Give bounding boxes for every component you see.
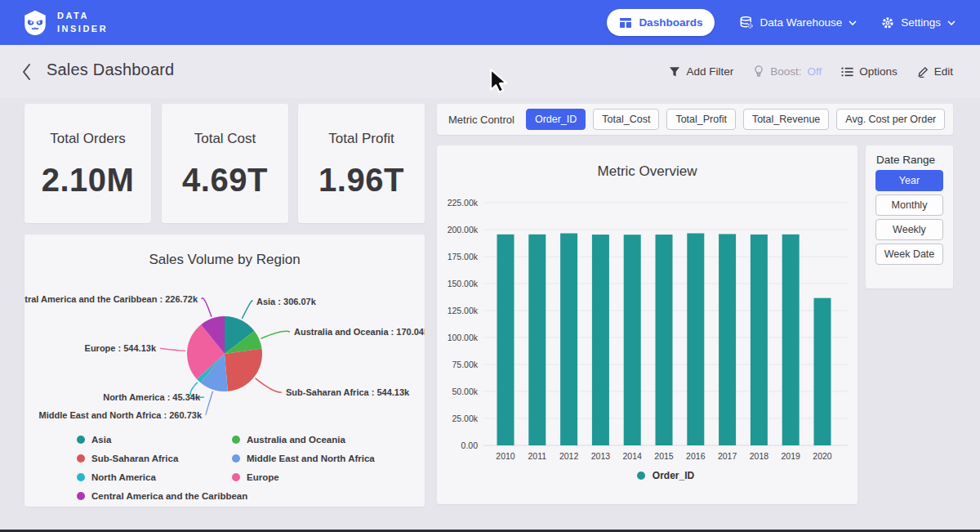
dashboards-button[interactable]: Dashboards bbox=[607, 9, 715, 36]
date-range-option-year[interactable]: Year bbox=[875, 170, 943, 191]
settings-label: Settings bbox=[901, 16, 941, 29]
kpi-card-total-profit: Total Profit1.96T bbox=[298, 104, 425, 223]
pie-label: Europe : 544.13k bbox=[85, 343, 157, 353]
legend-item-australia-and-oceania[interactable]: Australia and Oceania bbox=[232, 435, 345, 445]
chevron-down-icon bbox=[947, 20, 956, 25]
boost-state: Off bbox=[807, 65, 822, 78]
dashboards-icon bbox=[619, 16, 632, 29]
legend-item-europe[interactable]: Europe bbox=[232, 472, 279, 482]
bar-2020[interactable] bbox=[814, 298, 831, 445]
header-actions: Add Filter Boost: Off bbox=[669, 65, 953, 78]
brand-logo[interactable]: DATA INSIDER bbox=[21, 9, 108, 37]
bar-2018[interactable] bbox=[751, 235, 768, 445]
kpi-label: Total Cost bbox=[194, 131, 256, 147]
pencil-icon bbox=[917, 66, 929, 78]
y-axis-tick: 100.00k bbox=[448, 333, 479, 342]
metric-control-bar: Metric Control Order_IDTotal_CostTotal_P… bbox=[437, 104, 953, 135]
legend-item-asia[interactable]: Asia bbox=[77, 435, 111, 445]
legend-label: North America bbox=[91, 472, 156, 482]
data-warehouse-label: Data Warehouse bbox=[760, 16, 842, 29]
legend-dot bbox=[77, 492, 85, 500]
legend-dot bbox=[77, 454, 85, 463]
y-axis-tick: 0.00 bbox=[461, 440, 479, 450]
kpi-card-total-orders: Total Orders2.10M bbox=[24, 104, 151, 223]
kpi-value: 2.10M bbox=[42, 162, 135, 199]
page-title: Sales Dashboard bbox=[47, 60, 174, 79]
legend-label: Europe bbox=[247, 472, 279, 482]
edit-button[interactable]: Edit bbox=[917, 65, 953, 78]
kpi-value: 4.69T bbox=[182, 162, 268, 199]
bar-chart-plot[interactable]: 225.00k200.00k175.00k150.00k125.00k100.0… bbox=[437, 145, 858, 468]
bar-2010[interactable] bbox=[497, 235, 514, 445]
bar-2017[interactable] bbox=[719, 234, 736, 445]
boost-label: Boost: bbox=[770, 65, 801, 78]
x-axis-tick: 2014 bbox=[623, 451, 643, 461]
kpi-label: Total Orders bbox=[50, 131, 126, 147]
y-axis-tick: 50.00k bbox=[452, 387, 478, 396]
legend-dot bbox=[232, 436, 240, 444]
pie-label: Central America and the Caribbean : 226.… bbox=[24, 294, 198, 304]
legend-label: Middle East and North Africa bbox=[247, 454, 375, 463]
boost-toggle[interactable]: Boost: Off bbox=[753, 65, 822, 78]
bar-2019[interactable] bbox=[782, 235, 800, 445]
bar-2012[interactable] bbox=[560, 233, 577, 445]
legend-item-sub-saharan-africa[interactable]: Sub-Saharan Africa bbox=[77, 454, 178, 463]
bar-chart-legend: Order_ID bbox=[483, 470, 848, 481]
pie-slice-sub-saharan-africa[interactable] bbox=[225, 348, 262, 391]
x-axis-tick: 2011 bbox=[528, 451, 547, 461]
boost-balloon-icon bbox=[753, 65, 764, 78]
bar-2011[interactable] bbox=[528, 235, 546, 445]
metric-option-total-profit[interactable]: Total_Profit bbox=[666, 109, 736, 130]
pie-label: Middle East and North Africa : 260.73k bbox=[39, 410, 203, 420]
legend-dot bbox=[232, 454, 240, 463]
y-axis-tick: 200.00k bbox=[448, 225, 479, 235]
date-range-option-weekly[interactable]: Weekly bbox=[875, 219, 943, 240]
top-nav: DATA INSIDER Dashboards bbox=[0, 0, 980, 45]
kpi-card-total-cost: Total Cost4.69T bbox=[162, 104, 288, 223]
nav-menu: Dashboards Data Warehouse bbox=[607, 9, 956, 36]
legend-dot bbox=[77, 473, 85, 481]
bar-2015[interactable] bbox=[656, 235, 673, 445]
pie-chart-title: Sales Volume by Region bbox=[24, 252, 425, 268]
x-axis-tick: 2015 bbox=[654, 451, 674, 461]
legend-series-label: Order_ID bbox=[653, 470, 694, 481]
legend-item-central-america-and-the-caribbean[interactable]: Central America and the Caribbean bbox=[77, 491, 247, 501]
date-range-panel: Date Range YearMonthlyWeeklyWeek Date bbox=[866, 145, 953, 288]
legend-item-middle-east-and-north-africa[interactable]: Middle East and North Africa bbox=[232, 454, 375, 463]
settings-menu[interactable]: Settings bbox=[881, 16, 956, 29]
pie-label: North America : 45.34k bbox=[103, 392, 201, 402]
bar-2014[interactable] bbox=[624, 235, 641, 445]
add-filter-button[interactable]: Add Filter bbox=[669, 65, 733, 78]
database-icon bbox=[739, 16, 753, 29]
data-warehouse-menu[interactable]: Data Warehouse bbox=[739, 16, 857, 29]
date-range-label: Date Range bbox=[876, 154, 935, 166]
metric-option-total-cost[interactable]: Total_Cost bbox=[593, 109, 659, 130]
owl-logo-icon bbox=[21, 9, 49, 37]
back-button[interactable] bbox=[21, 63, 31, 81]
options-button[interactable]: Options bbox=[841, 65, 898, 78]
y-axis-tick: 25.00k bbox=[452, 414, 478, 423]
metric-option-avg-cost-per-order[interactable]: Avg. Cost per Order bbox=[836, 109, 945, 130]
x-axis-tick: 2017 bbox=[718, 451, 737, 461]
y-axis-tick: 175.00k bbox=[448, 252, 479, 262]
x-axis-tick: 2018 bbox=[750, 451, 769, 461]
bar-2013[interactable] bbox=[592, 235, 609, 445]
sales-dashboard-page: DATA INSIDER Dashboards bbox=[0, 0, 980, 532]
metric-control-label: Metric Control bbox=[448, 114, 514, 126]
metric-option-total-revenue[interactable]: Total_Revenue bbox=[743, 109, 829, 130]
list-options-icon bbox=[841, 66, 853, 78]
pie-chart[interactable]: Asia : 306.07kAustralia and Oceania : 17… bbox=[24, 235, 425, 507]
date-range-option-monthly[interactable]: Monthly bbox=[875, 194, 943, 216]
pie-label: Asia : 306.07k bbox=[256, 297, 317, 306]
x-axis-tick: 2013 bbox=[591, 451, 611, 461]
legend-item-north-america[interactable]: North America bbox=[77, 472, 156, 482]
bar-chart-card: Metric Overview 225.00k200.00k175.00k150… bbox=[437, 145, 858, 504]
legend-dot bbox=[637, 472, 645, 480]
bar-2016[interactable] bbox=[687, 233, 704, 445]
pie-label: Sub-Saharan Africa : 544.13k bbox=[286, 387, 410, 397]
legend-label: Central America and the Caribbean bbox=[91, 491, 247, 501]
date-range-option-week-date[interactable]: Week Date bbox=[875, 244, 943, 265]
metric-option-order-id[interactable]: Order_ID bbox=[526, 109, 586, 130]
options-label: Options bbox=[859, 65, 898, 78]
chevron-down-icon bbox=[849, 20, 857, 25]
